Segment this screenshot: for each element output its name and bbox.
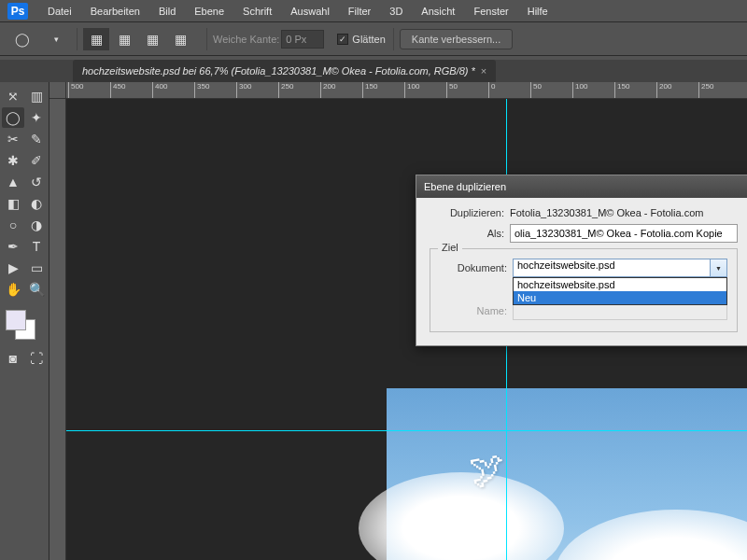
- menu-filter[interactable]: Filter: [340, 3, 379, 20]
- blur-tool[interactable]: ○: [2, 215, 24, 235]
- ruler-tick: 250: [698, 82, 713, 99]
- selection-add-icon[interactable]: ▦: [111, 28, 137, 50]
- vertical-ruler[interactable]: [49, 99, 66, 560]
- horizontal-ruler[interactable]: 500 450 400 350 300 250 200 150 100 50 0…: [66, 82, 747, 99]
- history-brush-tool[interactable]: ↺: [25, 172, 48, 192]
- pen-tool[interactable]: ✒: [2, 236, 24, 257]
- menu-layer[interactable]: Ebene: [186, 3, 233, 20]
- menu-type[interactable]: Schrift: [234, 3, 280, 20]
- eraser-tool[interactable]: ◧: [2, 193, 24, 214]
- ruler-tick: 250: [278, 82, 293, 99]
- close-icon[interactable]: ×: [481, 65, 486, 77]
- ruler-tick: 450: [110, 82, 125, 99]
- document-select[interactable]: hochzeitswebsite.psd ▼ hochzeitswebsite.…: [513, 259, 727, 277]
- menu-file[interactable]: Datei: [39, 3, 80, 20]
- dove-graphic: 🕊: [468, 447, 510, 493]
- shape-tool[interactable]: ▭: [25, 258, 48, 278]
- dialog-body: Duplizieren: Fotolia_13230381_M© Okea - …: [416, 198, 747, 345]
- brush-tool[interactable]: ✐: [25, 150, 48, 171]
- document-image: 🕊 🌹: [387, 388, 747, 560]
- ruler-tick: 350: [194, 82, 209, 99]
- stamp-tool[interactable]: ▲: [2, 172, 24, 192]
- menu-3d[interactable]: 3D: [381, 3, 411, 20]
- type-tool[interactable]: T: [25, 236, 48, 257]
- quick-select-tool[interactable]: ✦: [25, 107, 48, 128]
- ruler-tick: 200: [656, 82, 671, 99]
- quick-mask-icon[interactable]: ◙: [2, 348, 24, 369]
- checkbox-icon: ✓: [337, 34, 348, 45]
- document-dropdown-list: hochzeitswebsite.psd Neu: [513, 277, 727, 305]
- healing-tool[interactable]: ✱: [2, 150, 24, 171]
- selection-subtract-icon[interactable]: ▦: [139, 28, 165, 50]
- artboard-tool[interactable]: ▥: [25, 86, 48, 106]
- antialias-checkbox-group[interactable]: ✓ Glätten: [337, 34, 385, 45]
- feather-group: Weiche Kante:: [206, 28, 330, 50]
- feather-input[interactable]: [281, 30, 324, 49]
- zoom-tool[interactable]: 🔍: [25, 279, 48, 300]
- dialog-title[interactable]: Ebene duplizieren: [416, 175, 747, 198]
- eyedropper-tool[interactable]: ✎: [25, 129, 48, 149]
- menu-window[interactable]: Fenster: [465, 3, 516, 20]
- as-label: Als:: [430, 228, 504, 239]
- ruler-tick: 0: [488, 82, 495, 99]
- gradient-tool[interactable]: ◐: [25, 193, 48, 214]
- antialias-label: Glätten: [352, 34, 385, 45]
- horizontal-guide[interactable]: [66, 430, 747, 431]
- document-select-value: hochzeitswebsite.psd: [517, 259, 615, 271]
- ruler-tick: 400: [152, 82, 167, 99]
- ruler-tick: 200: [320, 82, 335, 99]
- ruler-corner: [49, 82, 66, 99]
- feather-label: Weiche Kante:: [213, 34, 279, 45]
- ruler-tick: 500: [68, 82, 83, 99]
- menu-select[interactable]: Auswahl: [282, 3, 338, 20]
- ruler-tick: 300: [236, 82, 251, 99]
- selection-mode-group: ▦ ▦ ▦ ▦: [77, 28, 199, 50]
- selection-intersect-icon[interactable]: ▦: [167, 28, 193, 50]
- options-bar: ◯ ▾ ▦ ▦ ▦ ▦ Weiche Kante: ✓ Glätten Kant…: [0, 22, 747, 56]
- ruler-tick: 100: [572, 82, 587, 99]
- destination-legend: Ziel: [438, 242, 462, 253]
- refine-edge-button[interactable]: Kante verbessern...: [400, 29, 513, 49]
- name-label: Name:: [440, 305, 507, 316]
- menu-edit[interactable]: Bearbeiten: [82, 3, 148, 20]
- cloud-graphic: [555, 510, 747, 560]
- menu-view[interactable]: Ansicht: [413, 3, 463, 20]
- document-tab-row: hochzeitswebsite.psd bei 66,7% (Fotolia_…: [0, 60, 747, 82]
- dropdown-arrow-icon: ▼: [710, 259, 726, 276]
- menu-help[interactable]: Hilfe: [519, 3, 557, 20]
- dropdown-icon[interactable]: ▾: [43, 28, 69, 50]
- toolbox: ⤧ ▥ ◯ ✦ ✂ ✎ ✱ ✐ ▲ ↺ ◧ ◐ ○ ◑ ✒ T ▶ ▭ ✋ 🔍 …: [0, 82, 49, 560]
- document-tab[interactable]: hochzeitswebsite.psd bei 66,7% (Fotolia_…: [73, 60, 496, 82]
- ruler-tick: 50: [530, 82, 542, 99]
- menu-image[interactable]: Bild: [150, 3, 184, 20]
- color-swatches[interactable]: [2, 306, 48, 347]
- lasso-tool[interactable]: ◯: [2, 107, 24, 128]
- duplicate-layer-dialog: Ebene duplizieren Duplizieren: Fotolia_1…: [416, 175, 747, 346]
- dropdown-option-selected[interactable]: Neu: [514, 291, 726, 304]
- document-label: Dokument:: [440, 262, 507, 273]
- path-select-tool[interactable]: ▶: [2, 258, 24, 278]
- menubar: Ps Datei Bearbeiten Bild Ebene Schrift A…: [0, 0, 747, 22]
- duplicate-label: Duplizieren:: [430, 207, 504, 218]
- lasso-tool-icon[interactable]: ◯: [9, 28, 35, 50]
- hand-tool[interactable]: ✋: [2, 279, 24, 300]
- foreground-color-swatch[interactable]: [6, 310, 26, 330]
- duplicate-value: Fotolia_13230381_M© Okea - Fotolia.com: [510, 207, 738, 218]
- destination-fieldset: Ziel Dokument: hochzeitswebsite.psd ▼ ho…: [430, 248, 738, 332]
- refine-group: Kante verbessern...: [393, 28, 518, 50]
- dropdown-option[interactable]: hochzeitswebsite.psd: [514, 278, 726, 291]
- selection-new-icon[interactable]: ▦: [83, 28, 109, 50]
- ruler-tick: 150: [362, 82, 377, 99]
- ruler-tick: 100: [404, 82, 419, 99]
- as-input[interactable]: [510, 224, 738, 243]
- screen-mode-icon[interactable]: ⛶: [25, 348, 48, 369]
- crop-tool[interactable]: ✂: [2, 129, 24, 149]
- dodge-tool[interactable]: ◑: [25, 215, 48, 235]
- ruler-tick: 50: [446, 82, 458, 99]
- cloud-graphic: [359, 472, 564, 560]
- ruler-tick: 150: [614, 82, 629, 99]
- document-tab-title: hochzeitswebsite.psd bei 66,7% (Fotolia_…: [82, 65, 475, 77]
- move-tool[interactable]: ⤧: [2, 86, 24, 106]
- app-logo: Ps: [7, 3, 28, 20]
